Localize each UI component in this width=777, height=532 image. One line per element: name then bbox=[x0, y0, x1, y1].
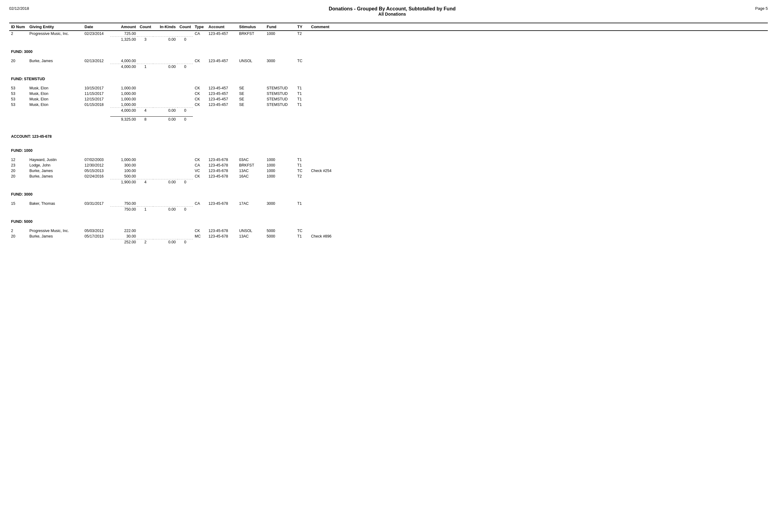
table-row: 23Lodge, John12/30/2012300.00CA123-45-67… bbox=[9, 163, 768, 168]
col-stimulus: Stimulus bbox=[237, 23, 265, 31]
table-row bbox=[9, 42, 768, 45]
table-row: 53Musk, Elon12/15/20171,000.00CK123-45-4… bbox=[9, 96, 768, 102]
col-fund: Fund bbox=[265, 23, 296, 31]
table-row bbox=[9, 113, 768, 116]
table-row: 2Progressive Music, Inc.05/03/2012222.00… bbox=[9, 228, 768, 233]
report-title: Donations - Grouped By Account, Subtotal… bbox=[29, 6, 755, 16]
fund-heading: FUND: 3000 bbox=[9, 188, 768, 198]
fund-heading: FUND: STEMSTUD bbox=[9, 73, 768, 82]
table-row: 20Burke, James05/15/2013100.00VC123-45-6… bbox=[9, 168, 768, 174]
account-heading: ACCOUNT: 123-45-678 bbox=[9, 128, 768, 141]
fund-heading: FUND: 1000 bbox=[9, 144, 768, 154]
table-row: 20Burke, James05/17/201330.00MC123-45-67… bbox=[9, 233, 768, 239]
col-account: Account bbox=[207, 23, 237, 31]
col-id: ID Num bbox=[9, 23, 27, 31]
title-main: Donations - Grouped By Account, Subtotal… bbox=[29, 6, 755, 12]
title-sub: All Donations bbox=[29, 12, 755, 16]
table-row bbox=[9, 70, 768, 73]
table-row bbox=[9, 55, 768, 58]
page-number: Page 5 bbox=[755, 6, 768, 11]
table-row: 1,900.0040.000 bbox=[9, 179, 768, 185]
col-inkinds: In-Kinds bbox=[153, 23, 178, 31]
report-date: 02/12/2018 bbox=[9, 6, 29, 11]
fund-heading: FUND: 3000 bbox=[9, 45, 768, 55]
table-row: 252.0020.000 bbox=[9, 239, 768, 245]
page-header: 02/12/2018 Donations - Grouped By Accoun… bbox=[9, 6, 768, 16]
table-row: 4,000.0040.000 bbox=[9, 108, 768, 114]
table-row bbox=[9, 141, 768, 144]
col-giving-entity: Giving Entity bbox=[27, 23, 83, 31]
col-comment: Comment bbox=[309, 23, 768, 31]
report-table: ID Num Giving Entity Date Amount Count I… bbox=[9, 23, 768, 248]
col-ty: TY bbox=[296, 23, 309, 31]
table-row bbox=[9, 122, 768, 125]
table-row bbox=[9, 225, 768, 228]
table-row bbox=[9, 82, 768, 85]
col-date: Date bbox=[83, 23, 110, 31]
column-headers: ID Num Giving Entity Date Amount Count I… bbox=[9, 23, 768, 31]
table-row: 750.0010.000 bbox=[9, 206, 768, 212]
table-row bbox=[9, 212, 768, 215]
table-row: 53Musk, Elon11/15/20171,000.00CK123-45-4… bbox=[9, 91, 768, 96]
table-row: 1,325.0030.000 bbox=[9, 37, 768, 42]
table-row bbox=[9, 245, 768, 248]
table-row: 53Musk, Elon10/15/20171,000.00CK123-45-4… bbox=[9, 85, 768, 91]
table-row: 2Progressive Music, Inc.02/23/2014725.00… bbox=[9, 31, 768, 37]
col-count1: Count bbox=[138, 23, 153, 31]
table-row: 4,000.0010.000 bbox=[9, 64, 768, 70]
table-row: 12Hayward, Justin07/02/20031,000.00CK123… bbox=[9, 157, 768, 163]
table-row bbox=[9, 185, 768, 188]
table-row: 9,325.0080.000 bbox=[9, 116, 768, 122]
table-row bbox=[9, 125, 768, 128]
table-row bbox=[9, 154, 768, 157]
table-row bbox=[9, 198, 768, 201]
col-amount: Amount bbox=[110, 23, 138, 31]
table-row: 15Baker, Thomas03/31/2017750.00CA123-45-… bbox=[9, 201, 768, 207]
fund-heading: FUND: 5000 bbox=[9, 215, 768, 225]
col-type: Type bbox=[193, 23, 207, 31]
table-row: 20Burke, James02/13/20124,000.00CK123-45… bbox=[9, 58, 768, 64]
table-row: 53Musk, Elon01/15/20181,000.00CK123-45-4… bbox=[9, 102, 768, 108]
col-count2: Count bbox=[178, 23, 193, 31]
table-row: 20Burke, James02/24/2016500.00CK123-45-6… bbox=[9, 174, 768, 179]
